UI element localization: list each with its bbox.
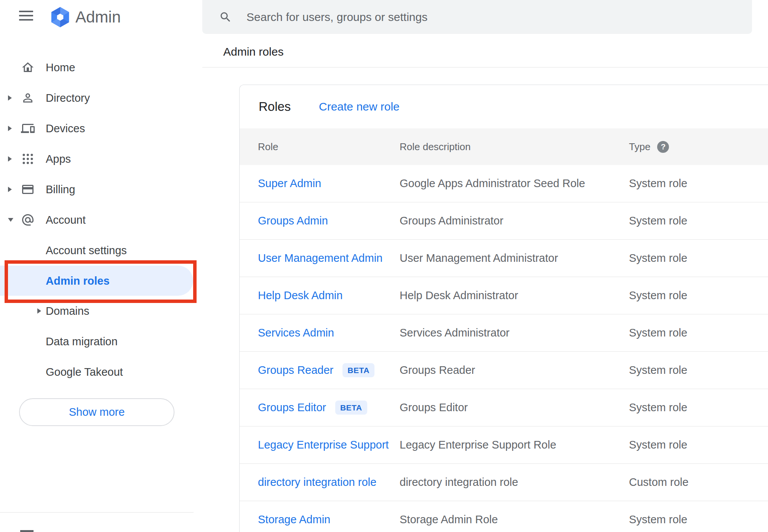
sidebar-item-label: Domains bbox=[46, 305, 89, 317]
role-type: System role bbox=[629, 513, 768, 526]
expand-arrow-icon[interactable] bbox=[8, 218, 13, 222]
role-link[interactable]: directory integration role bbox=[258, 476, 376, 489]
sidebar-item-billing[interactable]: Billing bbox=[0, 174, 202, 205]
sidebar-item-label: Admin roles bbox=[46, 274, 110, 287]
expand-arrow-icon[interactable] bbox=[8, 156, 12, 162]
role-description: Groups Administrator bbox=[400, 215, 629, 227]
sidebar-item-label: Data migration bbox=[46, 335, 118, 348]
role-link[interactable]: User Management Admin bbox=[258, 252, 382, 264]
role-type: System role bbox=[629, 439, 768, 451]
sidebar-item-label: Devices bbox=[46, 122, 85, 135]
table-header-row: Role Role description Type bbox=[240, 128, 768, 165]
role-description: User Management Administrator bbox=[400, 252, 629, 264]
sidebar-item-account-settings[interactable]: Account settings bbox=[0, 235, 202, 266]
column-header-role: Role bbox=[258, 141, 400, 153]
table-row: Services Admin Services Administrator Sy… bbox=[240, 314, 768, 352]
role-link[interactable]: Legacy Enterprise Support bbox=[258, 439, 389, 451]
table-row: Help Desk Admin Help Desk Administrator … bbox=[240, 277, 768, 314]
app-title: Admin bbox=[75, 8, 121, 26]
cutoff-bottom-icon bbox=[20, 530, 34, 532]
sidebar-item-label: Directory bbox=[46, 92, 90, 104]
role-link[interactable]: Groups Reader bbox=[258, 364, 333, 377]
breadcrumb: Admin roles bbox=[223, 45, 283, 58]
roles-card: Roles Create new role Role Role descript… bbox=[239, 85, 768, 532]
role-description: directory integration role bbox=[400, 476, 629, 489]
sidebar-item-data-migration[interactable]: Data migration bbox=[0, 326, 202, 357]
sidebar-nav: Home Directory Devices Apps Billing Acco… bbox=[0, 52, 202, 387]
sidebar-item-admin-roles[interactable]: Admin roles bbox=[0, 266, 193, 296]
sidebar-item-label: Home bbox=[46, 61, 75, 74]
expand-arrow-icon[interactable] bbox=[8, 187, 12, 192]
help-icon[interactable] bbox=[657, 141, 669, 153]
table-row: User Management Admin User Management Ad… bbox=[240, 240, 768, 277]
expand-arrow-icon[interactable] bbox=[8, 126, 12, 131]
role-type: System role bbox=[629, 215, 768, 227]
role-link[interactable]: Super Admin bbox=[258, 177, 321, 190]
role-type: System role bbox=[629, 401, 768, 414]
sidebar-item-account[interactable]: Account bbox=[0, 205, 202, 235]
create-new-role-link[interactable]: Create new role bbox=[319, 100, 400, 113]
menu-icon[interactable] bbox=[19, 11, 33, 21]
role-description: Google Apps Administrator Seed Role bbox=[400, 177, 629, 190]
sidebar-item-label: Account bbox=[46, 214, 86, 226]
admin-hexagon-logo bbox=[48, 5, 72, 29]
sidebar-item-label: Apps bbox=[46, 153, 71, 165]
at-sign-icon bbox=[21, 213, 35, 227]
table-row: Groups Admin Groups Administrator System… bbox=[240, 202, 768, 240]
beta-badge: BETA bbox=[342, 363, 374, 377]
role-description: Legacy Enterprise Support Role bbox=[400, 439, 629, 451]
column-header-description: Role description bbox=[400, 141, 629, 153]
role-type: System role bbox=[629, 289, 768, 302]
role-description: Groups Editor bbox=[400, 401, 629, 414]
role-description: Groups Reader bbox=[400, 364, 629, 377]
search-bar[interactable] bbox=[202, 0, 752, 34]
role-description: Services Administrator bbox=[400, 327, 629, 339]
role-link[interactable]: Groups Editor bbox=[258, 401, 326, 414]
card-header: Roles Create new role bbox=[240, 85, 768, 128]
role-description: Storage Admin Role bbox=[400, 513, 629, 526]
table-body: Super Admin Google Apps Administrator Se… bbox=[240, 165, 768, 532]
beta-badge: BETA bbox=[335, 401, 367, 415]
sidebar-item-label: Billing bbox=[46, 183, 75, 196]
role-link[interactable]: Services Admin bbox=[258, 327, 334, 339]
sidebar-item-google-takeout[interactable]: Google Takeout bbox=[0, 357, 202, 387]
table-row: Storage Admin Storage Admin Role System … bbox=[240, 501, 768, 532]
sidebar-item-label: Google Takeout bbox=[46, 366, 123, 378]
role-type: System role bbox=[629, 252, 768, 264]
role-type: System role bbox=[629, 327, 768, 339]
table-row: Super Admin Google Apps Administrator Se… bbox=[240, 165, 768, 202]
role-link[interactable]: Storage Admin bbox=[258, 513, 330, 526]
search-icon bbox=[219, 11, 232, 24]
table-row: Groups Editor BETA Groups Editor System … bbox=[240, 389, 768, 426]
apps-grid-icon bbox=[21, 152, 35, 166]
column-header-type: Type bbox=[629, 141, 768, 153]
person-icon bbox=[21, 91, 35, 105]
sidebar-bottom-divider bbox=[0, 512, 194, 513]
home-icon bbox=[21, 61, 35, 74]
sidebar-item-label: Account settings bbox=[46, 244, 127, 257]
role-link[interactable]: Help Desk Admin bbox=[258, 289, 342, 302]
table-row: Legacy Enterprise Support Legacy Enterpr… bbox=[240, 426, 768, 464]
expand-arrow-icon[interactable] bbox=[37, 308, 41, 314]
page-title: Roles bbox=[259, 99, 291, 114]
role-type: Custom role bbox=[629, 476, 768, 489]
sidebar-item-devices[interactable]: Devices bbox=[0, 113, 202, 144]
role-type: System role bbox=[629, 177, 768, 190]
expand-arrow-icon[interactable] bbox=[8, 95, 12, 101]
devices-icon bbox=[21, 122, 35, 135]
sidebar-item-home[interactable]: Home bbox=[0, 52, 202, 83]
table-row: directory integration role directory int… bbox=[240, 464, 768, 501]
role-type: System role bbox=[629, 364, 768, 377]
sidebar-item-directory[interactable]: Directory bbox=[0, 83, 202, 113]
role-link[interactable]: Groups Admin bbox=[258, 215, 328, 227]
breadcrumb-divider bbox=[202, 67, 768, 67]
role-description: Help Desk Administrator bbox=[400, 289, 629, 302]
show-more-button[interactable]: Show more bbox=[19, 398, 174, 426]
credit-card-icon bbox=[21, 183, 35, 196]
sidebar-item-apps[interactable]: Apps bbox=[0, 144, 202, 174]
sidebar-item-domains[interactable]: Domains bbox=[0, 296, 202, 326]
search-input[interactable] bbox=[246, 10, 752, 24]
table-row: Groups Reader BETA Groups Reader System … bbox=[240, 352, 768, 389]
